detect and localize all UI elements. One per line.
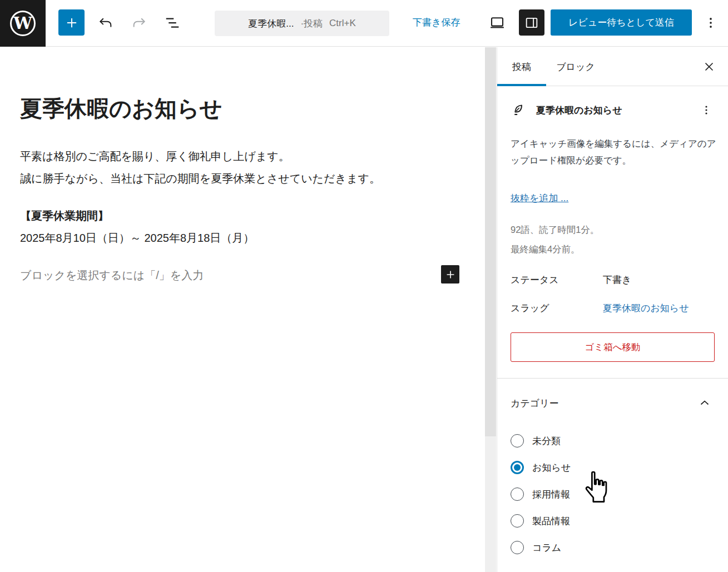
command-shortcut: Ctrl+K [329, 18, 356, 29]
close-icon [702, 59, 716, 74]
collapse-panel-button[interactable] [695, 393, 715, 413]
plus-icon [65, 16, 79, 30]
options-menu-button[interactable] [697, 9, 724, 36]
status-value[interactable]: 下書き [603, 273, 631, 286]
sidebar-panel-icon [524, 15, 539, 31]
category-option-product[interactable]: 製品情報 [511, 508, 715, 534]
submit-for-review-button[interactable]: レビュー待ちとして送信 [551, 9, 692, 36]
slug-value-link[interactable]: 夏季休暇のお知らせ [603, 302, 689, 315]
last-edited: 最終編集4分前。 [511, 240, 715, 259]
gutenberg-editor: W 夏季休暇... ·投稿 Ctr [0, 0, 728, 572]
post-actions-button[interactable] [698, 102, 715, 118]
redo-icon [131, 15, 147, 31]
category-option-recruit[interactable]: 採用情報 [511, 481, 715, 508]
block-inserter-toggle[interactable] [58, 9, 85, 36]
document-overview-button[interactable] [159, 9, 186, 36]
editor-canvas[interactable]: 夏季休暇のお知らせ 平素は格別のご高配を賜り、厚く御礼申し上げます。 誠に勝手な… [0, 47, 485, 572]
tab-post[interactable]: 投稿 [497, 47, 546, 86]
redo-button[interactable] [126, 9, 152, 36]
period-heading: 【夏季休業期間】 [20, 210, 109, 222]
category-option-uncategorized[interactable]: 未分類 [511, 427, 715, 454]
kebab-icon [704, 16, 718, 30]
status-row: ステータス 下書き [511, 273, 715, 286]
category-label: 製品情報 [532, 515, 570, 528]
categories-panel-header[interactable]: カテゴリー [511, 393, 715, 413]
category-label: コラム [532, 541, 561, 554]
sidebar-tabs: 投稿 ブロック [497, 47, 728, 86]
featured-image-note: アイキャッチ画像を編集するには、メディアのアップロード権限が必要です。 [511, 135, 717, 168]
undo-button[interactable] [92, 9, 119, 36]
categories-list: 未分類 お知らせ 採用情報 製品情報 コラム [511, 427, 715, 561]
empty-block-placeholder[interactable]: ブロックを選択するには「/」を入力 [20, 264, 409, 286]
post-card-title: 夏季休暇のお知らせ [536, 104, 698, 117]
kebab-icon [700, 103, 713, 117]
chevron-up-icon [698, 396, 711, 410]
paragraph-block-greeting[interactable]: 平素は格別のご高配を賜り、厚く御礼申し上げます。 誠に勝手ながら、当社は下記の期… [20, 145, 454, 190]
plus-icon [444, 268, 457, 281]
settings-sidebar: 投稿 ブロック 夏季休暇のお知らせ [497, 47, 728, 572]
post-title-field[interactable]: 夏季休暇のお知らせ [20, 95, 432, 122]
post-leaf-icon [511, 102, 526, 118]
category-option-news[interactable]: お知らせ [511, 454, 715, 481]
slug-row: スラッグ 夏季休暇のお知らせ [511, 302, 715, 315]
close-sidebar-button[interactable] [696, 53, 722, 80]
radio-unchecked-icon[interactable] [511, 488, 524, 501]
radio-checked-icon[interactable] [511, 461, 524, 474]
post-summary-card: 夏季休暇のお知らせ [511, 102, 715, 118]
word-count: 92語、読了時間1分。 [511, 220, 715, 240]
paragraph-line: 誠に勝手ながら、当社は下記の期間を夏季休業とさせていただきます。 [20, 172, 380, 185]
move-to-trash-button[interactable]: ゴミ箱へ移動 [511, 332, 715, 362]
canvas-scrollbar[interactable] [485, 47, 496, 572]
post-panel: 夏季休暇のお知らせ アイキャッチ画像を編集するには、メディアのアップロード権限が… [497, 102, 728, 561]
save-draft-button[interactable]: 下書き保存 [405, 9, 468, 36]
paragraph-line: 平素は格別のご高配を賜り、厚く御礼申し上げます。 [20, 150, 290, 162]
editor-toolbar: W 夏季休暇... ·投稿 Ctr [0, 0, 728, 47]
period-dates: 2025年8月10日（日）～ 2025年8月18日（月） [20, 232, 254, 244]
categories-title: カテゴリー [511, 397, 559, 410]
panel-divider [497, 378, 728, 379]
tab-block[interactable]: ブロック [546, 47, 605, 86]
post-meta-info: 92語、読了時間1分。 最終編集4分前。 [511, 220, 715, 259]
category-label: お知らせ [532, 461, 571, 474]
command-palette-button[interactable]: 夏季休暇... ·投稿 Ctrl+K [215, 11, 389, 36]
category-option-column[interactable]: コラム [511, 534, 715, 561]
preview-button[interactable] [484, 9, 511, 36]
wordpress-logo-icon: W [10, 11, 36, 36]
category-label: 採用情報 [532, 488, 570, 501]
radio-unchecked-icon[interactable] [511, 434, 524, 447]
wordpress-logo-button[interactable]: W [0, 0, 46, 47]
list-view-icon [164, 14, 181, 31]
status-label: ステータス [511, 273, 603, 286]
add-excerpt-link[interactable]: 抜粋を追加 ... [511, 192, 568, 205]
category-label: 未分類 [532, 435, 561, 447]
radio-unchecked-icon[interactable] [511, 541, 524, 554]
undo-icon [98, 15, 113, 31]
scrollbar-thumb[interactable] [485, 47, 496, 436]
document-type: ·投稿 [300, 17, 323, 30]
slug-label: スラッグ [511, 302, 603, 315]
paragraph-block-period[interactable]: 【夏季休業期間】 2025年8月10日（日）～ 2025年8月18日（月） [20, 205, 454, 249]
settings-toggle[interactable] [519, 9, 544, 36]
view-icon [489, 14, 506, 31]
add-block-button[interactable] [441, 265, 459, 283]
radio-unchecked-icon[interactable] [511, 514, 524, 528]
document-title-short: 夏季休暇... [248, 17, 294, 30]
